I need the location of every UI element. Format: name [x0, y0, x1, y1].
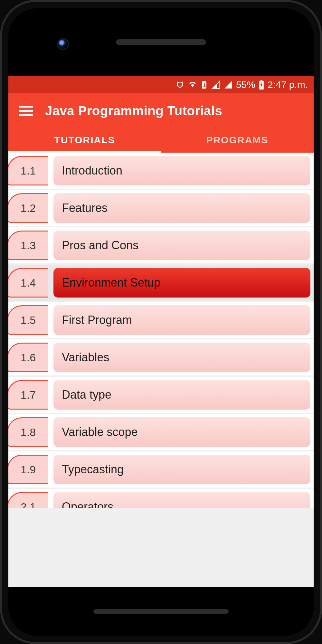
tab-tutorials[interactable]: TUTORIALS — [8, 128, 161, 153]
item-title: Variable scope — [53, 417, 310, 447]
bezel-top — [8, 8, 314, 76]
item-title: Operators — [53, 492, 310, 508]
wifi-icon — [188, 80, 197, 89]
item-number: 1.4 — [8, 268, 48, 298]
item-number: 1.9 — [8, 455, 48, 484]
tab-programs[interactable]: PROGRAMS — [161, 128, 314, 153]
speaker-grille — [116, 39, 206, 45]
item-title: Data type — [53, 380, 310, 410]
item-title: First Program — [53, 305, 310, 335]
list-item[interactable]: 1.6 Variables — [8, 339, 314, 375]
list-item[interactable]: 2.1 Operators — [8, 489, 314, 508]
alarm-icon — [175, 80, 185, 89]
item-number: 1.8 — [8, 417, 48, 447]
clock-text: 2:47 p.m. — [268, 79, 308, 90]
item-title: Environment Setup — [53, 268, 310, 298]
item-number: 1.7 — [8, 380, 48, 410]
list-item[interactable]: 1.3 Pros and Cons — [8, 227, 314, 263]
app-bar: Java Programming Tutorials — [8, 93, 314, 128]
item-number: 1.5 — [8, 305, 48, 335]
bezel-bottom — [8, 587, 314, 636]
list-item[interactable]: 1.4 Environment Setup — [8, 265, 314, 301]
sim-icon: 1 — [201, 80, 208, 89]
list-item[interactable]: 1.8 Variable scope — [8, 414, 314, 450]
battery-percent: 55% — [236, 79, 255, 90]
item-number: 1.6 — [8, 343, 48, 372]
screen: 1 55% 2:47 p.m. Java Programming Tutoria… — [8, 76, 314, 587]
item-title: Introduction — [53, 156, 310, 185]
device-inner: 1 55% 2:47 p.m. Java Programming Tutoria… — [8, 8, 314, 636]
item-number: 2.1 — [8, 492, 48, 508]
front-camera — [58, 39, 68, 49]
item-number: 1.3 — [8, 231, 48, 260]
battery-charging-icon — [259, 80, 264, 90]
hamburger-menu-button[interactable] — [16, 101, 35, 120]
svg-text:1: 1 — [203, 82, 206, 88]
device-frame: 1 55% 2:47 p.m. Java Programming Tutoria… — [0, 0, 322, 644]
list-item[interactable]: 1.7 Data type — [8, 377, 314, 413]
list-item[interactable]: 1.5 First Program — [8, 302, 314, 338]
signal-2-icon — [224, 80, 233, 89]
item-number: 1.2 — [8, 193, 48, 223]
list-item[interactable]: 1.1 Introduction — [8, 153, 314, 189]
hamburger-icon — [19, 110, 33, 112]
item-number: 1.1 — [8, 156, 48, 185]
item-title: Features — [53, 193, 310, 223]
tab-bar: TUTORIALS PROGRAMS — [8, 128, 314, 153]
tutorial-list[interactable]: 1.1 Introduction 1.2 Features 1.3 Pros a… — [8, 153, 314, 587]
item-title: Pros and Cons — [53, 231, 310, 260]
page-title: Java Programming Tutorials — [45, 104, 222, 118]
chin-bar — [93, 609, 229, 614]
status-icons: 1 — [175, 80, 233, 89]
android-status-bar: 1 55% 2:47 p.m. — [8, 76, 314, 93]
item-title: Variables — [53, 343, 310, 372]
signal-icon — [212, 80, 221, 89]
item-title: Typecasting — [53, 455, 310, 484]
list-item[interactable]: 1.9 Typecasting — [8, 451, 314, 488]
list-item[interactable]: 1.2 Features — [8, 190, 314, 226]
